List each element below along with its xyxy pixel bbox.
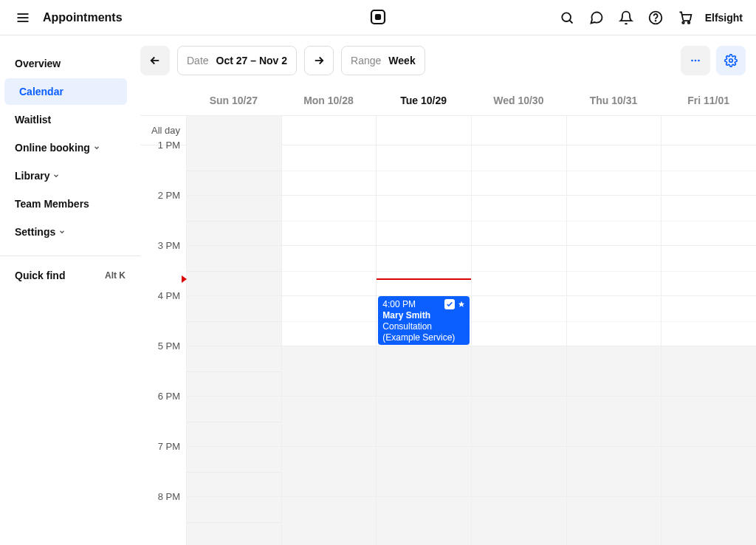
hour-slot[interactable]: [662, 145, 756, 196]
square-logo-icon[interactable]: [368, 7, 388, 27]
range-selector[interactable]: Range Week: [341, 46, 425, 75]
all-day-cell[interactable]: [661, 116, 756, 145]
hour-slot[interactable]: [282, 497, 377, 545]
day-column[interactable]: [661, 145, 756, 545]
hour-slot[interactable]: [282, 346, 377, 397]
all-day-cell[interactable]: [186, 116, 281, 145]
hour-slot[interactable]: [377, 346, 471, 397]
sidebar-item-label: Settings: [15, 226, 55, 238]
svg-point-10: [687, 21, 690, 23]
hour-slot[interactable]: [567, 447, 662, 497]
hour-slot[interactable]: [282, 296, 377, 346]
sidebar-item-settings[interactable]: Settings: [0, 219, 140, 245]
check-icon: [444, 299, 455, 309]
sidebar-item-library[interactable]: Library: [0, 162, 140, 189]
day-header[interactable]: Sun 10/27: [186, 86, 281, 115]
hour-slot[interactable]: [187, 296, 281, 346]
hour-slot[interactable]: [472, 346, 566, 397]
hour-slot[interactable]: [472, 397, 566, 447]
bell-icon[interactable]: [616, 8, 636, 27]
hour-slot[interactable]: [187, 145, 281, 196]
svg-point-13: [691, 60, 693, 62]
hour-slot[interactable]: [282, 447, 377, 497]
hour-slot[interactable]: [282, 196, 377, 246]
sidebar-item-calendar[interactable]: Calendar: [4, 78, 127, 105]
sidebar-item-label: Calendar: [19, 86, 63, 97]
sidebar: OverviewCalendarWaitlistOnline bookingLi…: [0, 35, 140, 545]
hour-slot[interactable]: [567, 397, 662, 447]
prev-button[interactable]: [140, 46, 170, 75]
all-day-cell[interactable]: [566, 116, 662, 145]
hour-slot[interactable]: [377, 145, 471, 196]
day-column[interactable]: [186, 145, 281, 545]
hour-slot[interactable]: [662, 296, 756, 346]
sidebar-item-overview[interactable]: Overview: [0, 50, 140, 77]
hour-slot[interactable]: [472, 196, 566, 246]
svg-point-16: [729, 59, 733, 63]
hour-slot[interactable]: [662, 246, 756, 296]
hour-slot[interactable]: [377, 447, 471, 497]
day-header[interactable]: Wed 10/30: [471, 86, 566, 115]
day-column[interactable]: 4:00 PMMary SmithConsultation (Example S…: [376, 145, 471, 545]
hour-slot[interactable]: [567, 145, 662, 196]
hour-slot[interactable]: [662, 196, 756, 246]
day-header[interactable]: Fri 11/01: [661, 86, 756, 115]
calendar-time-grid[interactable]: 1 PM2 PM3 PM4 PM5 PM6 PM7 PM8 PM4:00 PMM…: [140, 145, 756, 545]
hour-slot[interactable]: [282, 397, 377, 447]
more-actions-button[interactable]: [681, 46, 710, 75]
day-column[interactable]: [471, 145, 566, 545]
hour-slot[interactable]: [567, 246, 662, 296]
quick-find-button[interactable]: Quick find Alt K: [0, 265, 140, 286]
chat-icon[interactable]: [587, 8, 606, 27]
hour-slot[interactable]: [567, 346, 662, 397]
all-day-cell[interactable]: [281, 116, 377, 145]
hour-slot[interactable]: [662, 497, 756, 545]
sidebar-item-online-booking[interactable]: Online booking: [0, 134, 140, 161]
hour-slot[interactable]: [472, 296, 566, 346]
day-header[interactable]: Tue 10/29: [376, 86, 471, 115]
hour-slot[interactable]: [662, 346, 756, 397]
hour-slot[interactable]: [282, 145, 377, 196]
hour-slot[interactable]: [377, 196, 471, 246]
sidebar-item-waitlist[interactable]: Waitlist: [0, 106, 140, 133]
hour-slot[interactable]: [187, 196, 281, 246]
day-header[interactable]: Thu 10/31: [566, 86, 662, 115]
next-button[interactable]: [304, 46, 334, 75]
hour-slot[interactable]: [567, 196, 662, 246]
time-labels-column: 1 PM2 PM3 PM4 PM5 PM6 PM7 PM8 PM: [140, 145, 186, 545]
search-icon[interactable]: [557, 8, 577, 27]
hour-slot[interactable]: [187, 246, 281, 296]
hour-slot[interactable]: [377, 397, 471, 447]
time-label: 1 PM: [140, 140, 186, 190]
svg-point-8: [655, 20, 656, 21]
hour-slot[interactable]: [377, 497, 471, 545]
cart-icon[interactable]: [676, 8, 695, 27]
hour-slot[interactable]: [472, 145, 566, 196]
hour-slot[interactable]: [567, 497, 662, 545]
hour-slot[interactable]: [377, 246, 471, 296]
day-header[interactable]: Mon 10/28: [281, 86, 377, 115]
hour-slot[interactable]: [187, 346, 281, 397]
hour-slot[interactable]: [567, 296, 662, 346]
calendar-settings-button[interactable]: [716, 46, 746, 75]
date-range-selector[interactable]: Date Oct 27 – Nov 2: [177, 46, 297, 75]
calendar-event[interactable]: 4:00 PMMary SmithConsultation (Example S…: [378, 296, 470, 345]
hour-slot[interactable]: [282, 246, 377, 296]
hour-slot[interactable]: [187, 447, 281, 497]
sidebar-item-team-members[interactable]: Team Members: [0, 191, 140, 217]
hour-slot[interactable]: [187, 397, 281, 447]
hour-slot[interactable]: [472, 497, 566, 545]
hour-slot[interactable]: [662, 447, 756, 497]
hour-slot[interactable]: [472, 447, 566, 497]
hour-slot[interactable]: [472, 246, 566, 296]
hour-slot[interactable]: [187, 497, 281, 545]
hamburger-icon[interactable]: [13, 8, 32, 27]
day-column[interactable]: [566, 145, 662, 545]
calendar-day-header-row: Sun 10/27Mon 10/28Tue 10/29Wed 10/30Thu …: [140, 86, 756, 116]
day-column[interactable]: [281, 145, 377, 545]
all-day-cell[interactable]: [471, 116, 566, 145]
hour-slot[interactable]: [662, 397, 756, 447]
help-icon[interactable]: [646, 8, 665, 27]
all-day-cell[interactable]: [376, 116, 471, 145]
account-name[interactable]: Elfsight: [705, 12, 743, 24]
